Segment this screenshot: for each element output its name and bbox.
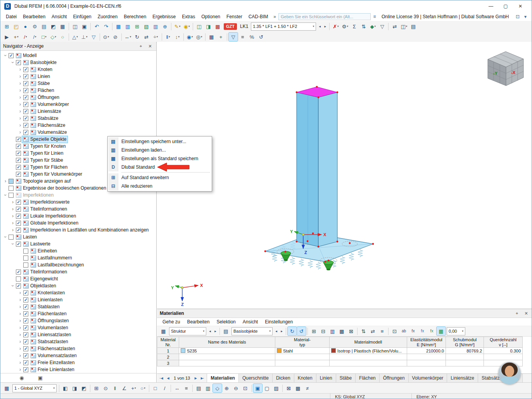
close-icon[interactable]: ✕	[513, 1, 528, 12]
tree-item-liniensätze[interactable]: ›✓Liniensätze	[0, 108, 156, 115]
collapse-icon[interactable]: ›	[17, 88, 23, 93]
collapse-icon[interactable]: ›	[17, 130, 23, 135]
tree-item-body[interactable]: Stabsätze	[29, 115, 59, 122]
close-panel-icon[interactable]: ✕	[147, 43, 154, 49]
result-table-toggle-icon[interactable]: ▦	[437, 327, 446, 335]
tables-manager-icon[interactable]: ▦	[114, 22, 123, 31]
checkbox-volumenlasten[interactable]: ✓	[23, 325, 28, 330]
first-page-icon[interactable]: ◀	[159, 377, 165, 380]
collapse-icon[interactable]: ›	[10, 206, 16, 212]
tree-item-body[interactable]: Freie Einzellasten	[29, 359, 76, 366]
tree-item-body[interactable]: Stabsatzlasten	[29, 339, 69, 345]
tree-item-body[interactable]: Stäbe	[29, 80, 51, 87]
polar-input-icon[interactable]: ○▾	[138, 384, 147, 392]
checkbox-öffnungslasten[interactable]: ✓	[23, 318, 28, 323]
tree-item-body[interactable]: Imperfektionen	[15, 192, 55, 199]
render-transparent-icon[interactable]: ▨	[272, 384, 281, 392]
guidelines-icon[interactable]: ‖▾	[164, 33, 173, 41]
checkbox-typen-für-stäbe[interactable]: ✓	[16, 158, 21, 163]
tree-item-body[interactable]: Öffnungslasten	[29, 318, 70, 324]
tree-item-body[interactable]: Typen für Volumenkörper	[22, 171, 83, 178]
table-settings-icon[interactable]: ≡	[378, 327, 387, 335]
context-menu-item-einstellungen-laden[interactable]: ▥Einstellungen laden...	[109, 146, 211, 154]
view-isometric-icon[interactable]: ◇	[213, 384, 222, 392]
material-type-cell[interactable]: Stahl	[275, 348, 330, 354]
table-row[interactable]: 3	[157, 360, 523, 366]
e-modulus-cell[interactable]	[407, 354, 446, 360]
material-type-cell[interactable]	[275, 354, 330, 360]
checkbox-lastfallbezeichnungen[interactable]	[23, 263, 28, 268]
tree-item-stablasten[interactable]: ›✓Stablasten	[0, 303, 156, 310]
loading-tool-icon[interactable]: ⇅	[359, 22, 368, 31]
open-model-icon[interactable]: ◰	[12, 22, 21, 31]
menu-optionen[interactable]: Optionen	[198, 13, 223, 21]
view-top-icon[interactable]: ▥	[204, 384, 212, 392]
collapse-icon[interactable]: ›	[17, 102, 23, 107]
window-layout-icon[interactable]: ◫▾	[399, 22, 408, 31]
column-header-name-des-materials[interactable]: Name des Materials	[179, 337, 275, 348]
insert-opening-icon[interactable]: ○	[58, 33, 67, 41]
basisobjekte-combo[interactable]: Basisobjekte▾	[231, 327, 273, 335]
print-icon[interactable]: ▦	[58, 22, 67, 31]
result-filter-icon[interactable]: ▽	[378, 22, 387, 31]
menu-zuordnen[interactable]: Zuordnen	[95, 13, 121, 21]
keyword-search-icon[interactable]: ≡	[371, 13, 378, 20]
calculate-all-icon[interactable]: ⚙▾	[340, 22, 349, 31]
collapse-icon[interactable]: ›	[17, 360, 23, 365]
collapse-icon[interactable]: ›	[17, 123, 23, 128]
collapse-icon[interactable]: ›	[17, 325, 23, 330]
checkbox-titelinformationen[interactable]: ✓	[16, 269, 21, 275]
category-view-icon[interactable]: ▤	[221, 327, 230, 335]
eye-icon[interactable]: ◉	[18, 375, 25, 381]
checkbox-knotenlasten[interactable]: ✓	[23, 290, 28, 295]
tree-item-titelinformationen[interactable]: ›✓Titelinformationen	[0, 206, 156, 212]
percent-scale-icon[interactable]: %	[247, 33, 256, 41]
materials-menu-selektion[interactable]: Selektion	[213, 318, 238, 325]
clipboard-icon[interactable]: ▣	[80, 22, 89, 31]
line-hinge-icon[interactable]: ⊘	[111, 33, 120, 41]
ortho-mode-icon[interactable]: ∠	[120, 384, 129, 392]
tab-flächen[interactable]: Flächen	[356, 374, 380, 382]
tree-item-body[interactable]: Liniensätze	[29, 108, 62, 115]
checkbox-modell[interactable]: ✓	[9, 53, 14, 58]
next-table-button[interactable]: ▸	[213, 329, 218, 333]
last-page-icon[interactable]: ▶	[199, 377, 205, 380]
prev-load-case-button[interactable]: ◂	[317, 24, 322, 28]
checkbox-liniensatzlasten[interactable]: ✓	[23, 332, 28, 337]
table-view-icon[interactable]: ▦	[159, 327, 168, 335]
tree-item-imperfektionen-in-lastfällen-und-kombinationen-anzeigen[interactable]: ›✓Imperfektionen in Lastfällen und Kombi…	[0, 226, 156, 233]
import-table-icon[interactable]: ⇄	[368, 327, 377, 335]
export-table-icon[interactable]: ⇅	[359, 327, 368, 335]
row-number-cell[interactable]: 3	[157, 360, 179, 366]
dimension-icon[interactable]: ↕▾	[173, 33, 182, 41]
tree-item-volumenkörper[interactable]: ›✓Volumenkörper	[0, 101, 156, 108]
e-modulus-cell[interactable]	[407, 360, 446, 366]
tab-linien[interactable]: Linien	[316, 374, 336, 382]
new-model-icon[interactable]: ⊞	[2, 22, 11, 31]
tree-item-body[interactable]: Volumensatzlasten	[29, 352, 78, 359]
checkbox-eigengewicht[interactable]	[16, 276, 21, 282]
pin-panel-icon[interactable]: ⌖	[137, 43, 144, 49]
expand-icon[interactable]: ›	[10, 60, 16, 65]
object-snap-icon[interactable]: ⊙	[101, 384, 110, 392]
tree-item-body[interactable]: Typen für Knoten	[22, 143, 67, 150]
tree-item-body[interactable]: Lasten	[15, 234, 38, 240]
collapse-icon[interactable]: ›	[17, 290, 23, 295]
tree-item-body[interactable]: Ergebnisse der booleschen Operationen	[15, 185, 107, 192]
tree-item-stabsätze[interactable]: ›✓Stabsätze	[0, 115, 156, 122]
display-properties-icon[interactable]: ✎▾	[173, 22, 182, 31]
tree-item-body[interactable]: Volumenkörper	[29, 101, 70, 108]
tab-materialien[interactable]: Materialien	[207, 374, 239, 382]
tab-volumenkörper[interactable]: Volumenkörper	[409, 374, 447, 382]
collapse-icon[interactable]: ›	[17, 353, 23, 358]
collapse-icon[interactable]: ›	[17, 109, 23, 114]
checkbox-stabsätze[interactable]: ✓	[23, 116, 28, 121]
checkbox-knoten[interactable]: ✓	[23, 67, 28, 72]
tree-item-body[interactable]: Titelinformationen	[22, 206, 68, 212]
checkbox-flächen[interactable]: ✓	[23, 88, 28, 93]
checkbox-globale-imperfektionen[interactable]: ✓	[16, 221, 21, 226]
collapse-icon[interactable]: ›	[17, 346, 23, 351]
menu-cad-bim[interactable]: CAD-BIM	[245, 13, 271, 21]
checkbox-öffnungen[interactable]: ✓	[23, 95, 28, 100]
struktur-combo[interactable]: Struktur▾	[169, 327, 206, 335]
